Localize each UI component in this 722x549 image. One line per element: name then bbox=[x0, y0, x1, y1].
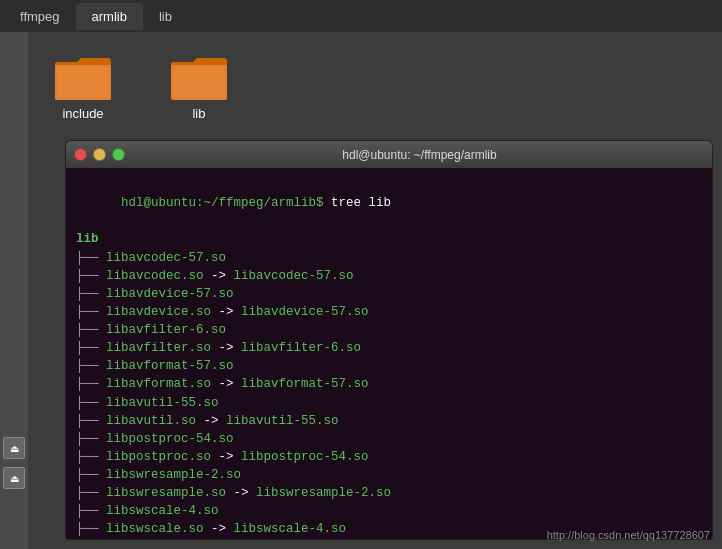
terminal-window-controls bbox=[74, 148, 125, 161]
folder-include-icon bbox=[55, 52, 111, 100]
terminal-prompt-line: hdl@ubuntu:~/ffmpeg/armlib$ tree lib bbox=[76, 176, 702, 230]
tab-ffmpeg[interactable]: ffmpeg bbox=[4, 3, 76, 30]
eject-btn-1[interactable]: ⏏ bbox=[3, 437, 25, 459]
side-panel: ⏏ ⏏ bbox=[0, 32, 28, 549]
terminal-line-6: ├── libavfilter.so -> libavfilter-6.so bbox=[76, 339, 702, 357]
terminal-line-12: ├── libpostproc.so -> libpostproc-54.so bbox=[76, 448, 702, 466]
terminal-title: hdl@ubuntu: ~/ffmpeg/armlib bbox=[135, 148, 704, 162]
terminal-line-14: ├── libswresample.so -> libswresample-2.… bbox=[76, 484, 702, 502]
folder-lib-icon bbox=[171, 52, 227, 100]
file-area: include lib bbox=[0, 32, 722, 141]
terminal-line-9: ├── libavutil-55.so bbox=[76, 394, 702, 412]
terminal-line-lib: lib bbox=[76, 230, 702, 248]
tab-armlib[interactable]: armlib bbox=[76, 3, 143, 30]
folder-lib[interactable]: lib bbox=[171, 52, 227, 121]
terminal-line-5: ├── libavfilter-6.so bbox=[76, 321, 702, 339]
terminal-body[interactable]: hdl@ubuntu:~/ffmpeg/armlib$ tree lib lib… bbox=[65, 168, 713, 540]
terminal-line-4: ├── libavdevice.so -> libavdevice-57.so bbox=[76, 303, 702, 321]
terminal-line-1: ├── libavcodec-57.so bbox=[76, 249, 702, 267]
folder-lib-label: lib bbox=[192, 106, 205, 121]
eject-btn-2[interactable]: ⏏ bbox=[3, 467, 25, 489]
terminal-line-7: ├── libavformat-57.so bbox=[76, 357, 702, 375]
terminal-minimize-button[interactable] bbox=[93, 148, 106, 161]
terminal-line-3: ├── libavdevice-57.so bbox=[76, 285, 702, 303]
terminal-line-13: ├── libswresample-2.so bbox=[76, 466, 702, 484]
terminal-line-2: ├── libavcodec.so -> libavcodec-57.so bbox=[76, 267, 702, 285]
terminal-window: hdl@ubuntu: ~/ffmpeg/armlib hdl@ubuntu:~… bbox=[65, 140, 713, 540]
terminal-line-11: ├── libpostproc-54.so bbox=[76, 430, 702, 448]
watermark: http://blog.csdn.net/qq137728607 bbox=[547, 529, 710, 541]
terminal-prompt: hdl@ubuntu:~/ffmpeg/armlib$ bbox=[121, 196, 324, 210]
terminal-command: tree lib bbox=[324, 196, 392, 210]
terminal-close-button[interactable] bbox=[74, 148, 87, 161]
terminal-titlebar: hdl@ubuntu: ~/ffmpeg/armlib bbox=[65, 140, 713, 168]
folder-include[interactable]: include bbox=[55, 52, 111, 121]
folder-include-label: include bbox=[62, 106, 103, 121]
tab-bar: ffmpeg armlib lib bbox=[0, 0, 722, 32]
terminal-line-10: ├── libavutil.so -> libavutil-55.so bbox=[76, 412, 702, 430]
terminal-maximize-button[interactable] bbox=[112, 148, 125, 161]
tab-lib[interactable]: lib bbox=[143, 3, 188, 30]
terminal-line-15: ├── libswscale-4.so bbox=[76, 502, 702, 520]
svg-rect-4 bbox=[57, 67, 109, 97]
svg-rect-7 bbox=[173, 67, 225, 97]
terminal-line-8: ├── libavformat.so -> libavformat-57.so bbox=[76, 375, 702, 393]
